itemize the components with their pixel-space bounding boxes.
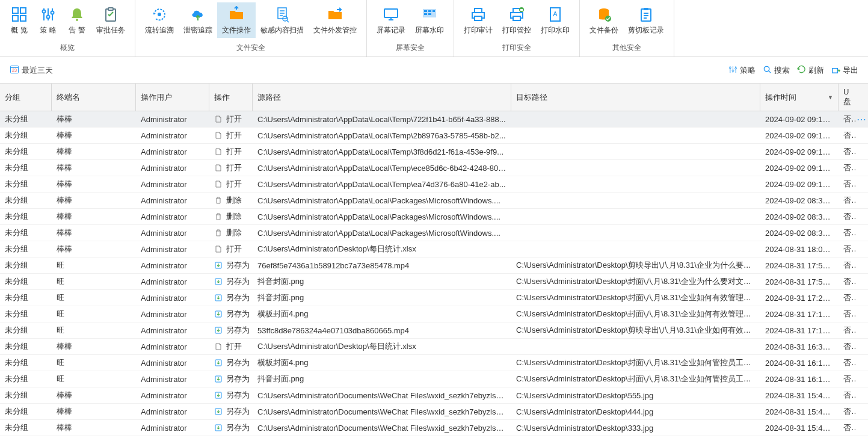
cell-op-label: 另存为 <box>226 390 250 401</box>
table-row[interactable]: 未分组 旺 Administrator 另存为 抖音封面.png C:\User… <box>0 290 868 306</box>
ribbon-item-label: 告 警 <box>69 25 85 35</box>
cell-op-label: 另存为 <box>226 292 250 303</box>
cell-src: C:\Users\Administrator\AppData\Local\Tem… <box>253 113 511 126</box>
cell-src: C:\Users\Administrator\AppData\Local\Tem… <box>253 161 511 175</box>
ribbon-strategy[interactable]: 策 略 <box>34 2 63 38</box>
svg-rect-12 <box>108 8 113 10</box>
col-header-group[interactable]: 分组 <box>0 84 52 111</box>
refresh-button[interactable]: 刷新 <box>797 65 824 76</box>
svg-rect-24 <box>424 10 427 12</box>
table-row[interactable]: 未分组 旺 Administrator 另存为 53ffc8d8e786324a… <box>0 322 868 339</box>
cell-usb: 否 <box>839 387 855 403</box>
cell-terminal: 旺 <box>52 306 136 322</box>
ribbon-clipboard[interactable]: 剪切板记录 <box>623 2 669 38</box>
ribbon-flow-trace[interactable]: 流转追溯 <box>140 2 179 38</box>
cell-src: C:\Users\Administrator\Documents\WeChat … <box>253 389 511 402</box>
ribbon-print-wm[interactable]: A打印水印 <box>536 2 574 38</box>
ribbon-file-backup[interactable]: 文件备份 <box>585 2 623 38</box>
cell-op: 另存为 <box>209 290 253 306</box>
table-row[interactable]: 未分组 棒棒 Administrator 删除 C:\Users\Adminis… <box>0 225 868 241</box>
search-label: 搜索 <box>774 65 790 76</box>
table-row[interactable]: 未分组 棒棒 Administrator 另存为 C:\Users\Admini… <box>0 404 868 420</box>
svg-point-53 <box>732 69 734 71</box>
cell-op-label: 另存为 <box>226 406 250 417</box>
cell-terminal: 棒棒 <box>52 128 136 143</box>
col-header-terminal[interactable]: 终端名 <box>52 84 136 111</box>
watermark-icon <box>420 5 439 24</box>
cell-terminal: 棒棒 <box>52 160 136 176</box>
table-row[interactable]: 未分组 旺 Administrator 另存为 抖音封面.png C:\User… <box>0 371 868 387</box>
cell-op-label: 另存为 <box>226 309 250 319</box>
svg-point-10 <box>76 19 78 21</box>
date-filter[interactable]: 23 最近三天 <box>10 64 53 76</box>
svg-line-56 <box>769 70 771 72</box>
cell-src: C:\Users\Administrator\AppData\Local\Tem… <box>253 145 511 159</box>
ribbon-screen-wm[interactable]: 屏幕水印 <box>410 2 449 38</box>
table-row[interactable]: 未分组 旺 Administrator 另存为 抖音封面.png C:\User… <box>0 274 868 290</box>
ribbon-item-label: 文件外发管控 <box>313 25 357 35</box>
cell-op: 删除 <box>209 193 253 208</box>
table-row[interactable]: 未分组 棒棒 Administrator 打开 C:\Users\Adminis… <box>0 241 868 257</box>
op-open-icon <box>214 342 223 351</box>
ribbon-screen-rec[interactable]: 屏幕记录 <box>372 2 410 38</box>
ribbon-group: 文件备份剪切板记录其他安全 <box>580 0 674 57</box>
op-saveas-icon <box>214 375 223 383</box>
cell-group: 未分组 <box>0 225 52 241</box>
row-more-button[interactable]: ⋯ <box>855 111 867 128</box>
svg-rect-36 <box>520 9 523 11</box>
cell-usb: 否 <box>839 144 855 159</box>
cell-usb: 否 <box>839 339 855 354</box>
cell-op: 打开 <box>209 128 253 143</box>
table-row[interactable]: 未分组 棒棒 Administrator 打开 C:\Users\Adminis… <box>0 128 868 144</box>
strategy-button[interactable]: 策略 <box>728 65 756 76</box>
ribbon-group: 屏幕记录屏幕水印屏幕安全 <box>367 0 454 57</box>
ribbon-print-ctrl[interactable]: 打印管控 <box>497 2 536 38</box>
table-row[interactable]: 未分组 棒棒 Administrator 打开 C:\Users\Adminis… <box>0 176 868 193</box>
ribbon-item-label: 屏幕记录 <box>377 25 405 35</box>
col-header-usb[interactable]: U盘 <box>839 84 855 111</box>
table-row[interactable]: 未分组 旺 Administrator 另存为 76ef8f5e7436a1b5… <box>0 257 868 274</box>
table-row[interactable]: 未分组 棒棒 Administrator 删除 C:\Users\Adminis… <box>0 209 868 225</box>
ribbon-print-audit[interactable]: 打印审计 <box>459 2 497 38</box>
svg-point-13 <box>158 13 161 16</box>
table-row[interactable]: 未分组 旺 Administrator 另存为 横板封面4.png C:\Use… <box>0 355 868 371</box>
cell-src: 横板封面4.png <box>253 306 511 322</box>
cell-user: Administrator <box>136 194 209 208</box>
cell-usb: 否 <box>839 371 855 387</box>
cell-dst: C:\Users\Administrator\Desktop\封面\八月\8.3… <box>511 290 760 306</box>
printer-icon <box>469 5 488 24</box>
col-header-user[interactable]: 操作用户 <box>136 84 209 111</box>
ribbon-group-label: 其他安全 <box>580 38 674 55</box>
svg-rect-57 <box>833 68 837 73</box>
table-row[interactable]: 未分组 棒棒 Administrator 另存为 C:\Users\Admini… <box>0 387 868 404</box>
ribbon-overview[interactable]: 概 览 <box>5 2 34 38</box>
table-row[interactable]: 未分组 棒棒 Administrator 打开 C:\Users\Adminis… <box>0 160 868 176</box>
col-header-op[interactable]: 操作 <box>209 84 253 111</box>
ribbon-leak-trace[interactable]: 泄密追踪 <box>179 2 217 38</box>
export-button[interactable]: 导出 <box>831 65 858 76</box>
table-row[interactable]: 未分组 旺 Administrator 另存为 横板封面4.png C:\Use… <box>0 306 868 322</box>
table-row[interactable]: 未分组 棒棒 Administrator 打开 C:\Users\Adminis… <box>0 111 868 128</box>
col-header-src[interactable]: 源路径 <box>253 84 511 111</box>
ribbon-file-out[interactable]: 文件外发管控 <box>309 2 362 38</box>
table-row[interactable]: 未分组 棒棒 Administrator 打开 C:\Users\Adminis… <box>0 339 868 355</box>
col-header-dst[interactable]: 目标路径 <box>511 84 760 111</box>
table-row[interactable]: 未分组 棒棒 Administrator 删除 C:\Users\Adminis… <box>0 193 868 209</box>
col-header-time[interactable]: 操作时间 ▼ <box>760 84 839 111</box>
table-row[interactable]: 未分组 棒棒 Administrator 打开 C:\Users\Adminis… <box>0 144 868 160</box>
ribbon-alarm[interactable]: 告 警 <box>63 2 91 38</box>
ribbon-item-label: 文件操作 <box>222 25 251 35</box>
sliders-icon <box>38 5 58 24</box>
ribbon-approval[interactable]: 审批任务 <box>91 2 130 38</box>
cell-user: Administrator <box>136 340 209 354</box>
cell-time: 2024-08-31 17:17:17 <box>760 307 839 321</box>
ribbon-file-op[interactable]: 文件操作 <box>217 2 256 38</box>
table-row[interactable]: 未分组 棒棒 Administrator 另存为 C:\Users\Admini… <box>0 420 868 436</box>
cell-src: C:\Users\Administrator\Documents\WeChat … <box>253 405 511 419</box>
svg-point-7 <box>43 10 46 13</box>
svg-rect-34 <box>513 16 520 20</box>
ribbon-sensitive[interactable]: 敏感内容扫描 <box>256 2 309 38</box>
cell-op-label: 打开 <box>226 341 242 352</box>
search-button[interactable]: 搜索 <box>763 65 790 76</box>
cell-group: 未分组 <box>0 404 52 419</box>
